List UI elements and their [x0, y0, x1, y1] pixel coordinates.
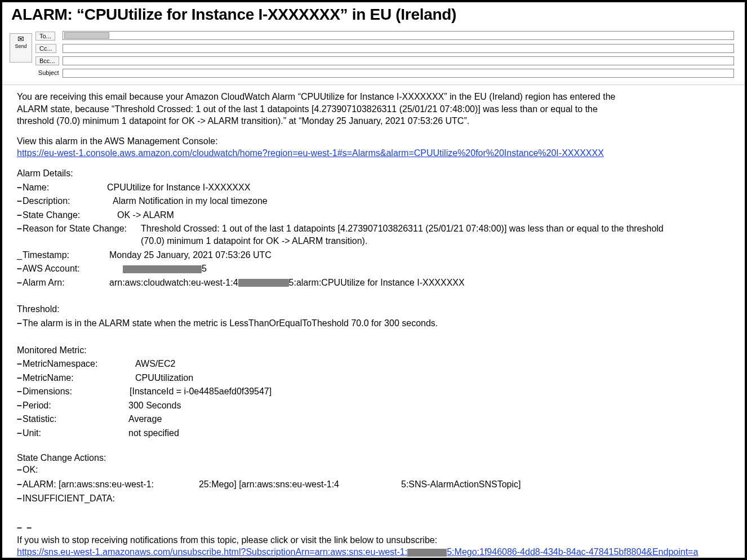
name-key: Name:	[23, 181, 107, 194]
send-button[interactable]: ✉ Send	[10, 33, 32, 63]
state-val: OK -> ALARM	[117, 209, 174, 221]
insuf-key: INSUFFICIENT_DATA:	[23, 492, 115, 505]
state-key: State Change:	[23, 209, 107, 221]
unsub-intro: If you wish to stop receiving notificati…	[17, 534, 735, 546]
mname-key: MetricName:	[23, 372, 135, 384]
to-button[interactable]: To...	[35, 32, 55, 41]
footer-dashes: – –	[17, 522, 735, 534]
dim-val: [InstanceId = i-0e4485aefd0f39547]	[130, 385, 272, 398]
to-input[interactable]	[63, 31, 734, 40]
actions-heading: State Change Actions:	[17, 452, 735, 464]
reason-val: Threshold Crossed: 1 out of the last 1 d…	[141, 223, 676, 247]
bcc-input[interactable]	[63, 56, 734, 65]
intro-text: You are receiving this email because you…	[17, 91, 625, 127]
ts-val: Monday 25 January, 2021 07:53:26 UTC	[109, 249, 272, 261]
unit-key: Unit:	[23, 427, 128, 439]
desc-key: Description:	[23, 195, 107, 207]
recipient-chip[interactable]	[64, 32, 109, 39]
acct-key: AWS Account:	[23, 263, 100, 275]
view-label: View this alarm in the AWS Management Co…	[17, 135, 735, 148]
console-link[interactable]: https://eu-west-1.console.aws.amazon.com…	[17, 148, 604, 158]
compose-header: ✉ Send To... Cc... Bcc... Subject	[8, 29, 736, 79]
alarm-action-val: ALARM: [arn:aws:sns:eu-west-1:25:Mego] […	[23, 478, 521, 491]
bcc-button[interactable]: Bcc...	[35, 56, 59, 65]
ns-key: MetricNamespace:	[23, 358, 135, 370]
redacted-account	[123, 265, 202, 273]
unit-val: not specified	[128, 427, 179, 439]
ts-key: Timestamp:	[23, 249, 100, 261]
acct-val: 5	[123, 263, 207, 275]
envelope-icon: ✉	[10, 35, 32, 43]
alarm-details-heading: Alarm Details:	[17, 167, 735, 180]
arn-val: arn:aws:cloudwatch:eu-west-1:45:alarm:CP…	[109, 277, 465, 289]
stat-key: Statistic:	[23, 413, 128, 425]
cc-input[interactable]	[63, 44, 734, 53]
email-body: You are receiving this email because you…	[2, 85, 745, 560]
metric-heading: Monitored Metric:	[17, 344, 735, 357]
threshold-text: The alarm is in the ALARM state when the…	[23, 317, 438, 330]
desc-val: Alarm Notification in my local timezone	[113, 195, 268, 207]
arn-key: Alarm Arn:	[23, 277, 100, 289]
threshold-heading: Threshold:	[17, 303, 735, 315]
subject-input[interactable]	[63, 69, 734, 78]
stat-val: Average	[128, 413, 162, 425]
subject-label: Subject	[38, 69, 59, 76]
unsubscribe-link[interactable]: https://sns.eu-west-1.amazonaws.com/unsu…	[17, 547, 407, 557]
send-button-label: Send	[15, 43, 26, 49]
name-val: CPUUtilize for Instance I-XXXXXXX	[107, 181, 250, 194]
redacted-unsub-1	[407, 549, 447, 557]
page-title: ALARM: “CPUUtilize for Instance I-XXXXXX…	[11, 6, 736, 24]
unsubscribe-link-mid[interactable]: 5:Mego:1f946086-4dd8-434b-84ac-478415bf8…	[447, 547, 698, 557]
reason-key: Reason for State Change:	[23, 223, 141, 235]
ok-key: OK:	[23, 464, 38, 476]
ns-val: AWS/EC2	[135, 358, 175, 370]
period-val: 300 Seconds	[128, 399, 181, 412]
redacted-arn	[238, 279, 289, 287]
dim-key: Dimensions:	[23, 385, 130, 398]
cc-button[interactable]: Cc...	[35, 44, 56, 53]
mname-val: CPUUtilization	[135, 372, 193, 384]
period-key: Period:	[23, 399, 128, 412]
